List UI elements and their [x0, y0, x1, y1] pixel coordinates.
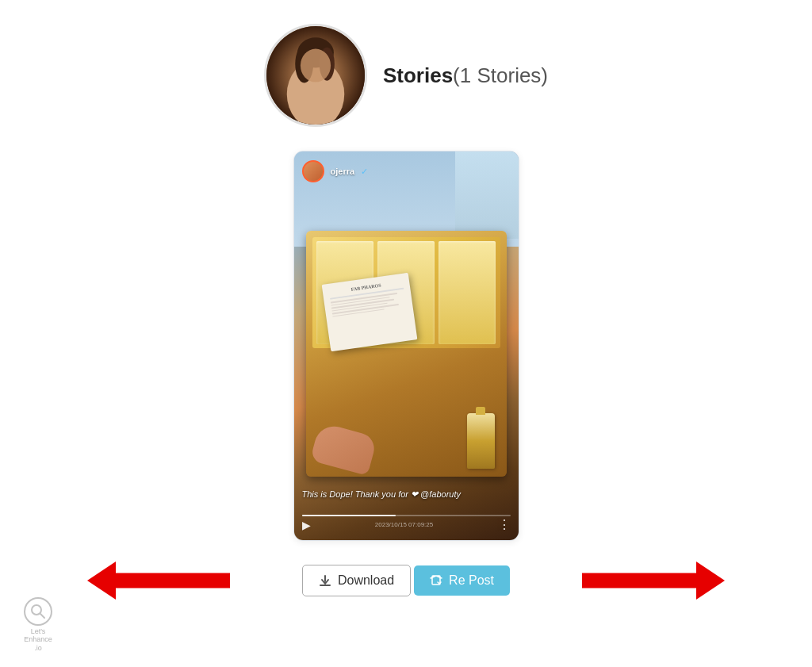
repost-label: Re Post	[449, 573, 494, 588]
avatar	[264, 24, 367, 127]
story-progress-fill	[302, 515, 396, 516]
repost-icon	[430, 574, 442, 587]
story-top-bar: ojerra ✓	[294, 151, 519, 191]
story-image: FAB PHAROS ojerra ✓ This is Dope! Thank …	[294, 151, 519, 540]
svg-rect-8	[324, 575, 326, 582]
more-options-icon[interactable]: ⋮	[498, 517, 511, 532]
profile-subtitle: (1 Stories)	[453, 63, 548, 88]
action-area: Download Re Post	[0, 565, 812, 596]
story-progress-bar	[302, 515, 511, 516]
play-icon[interactable]: ▶	[302, 519, 311, 531]
profile-info: Stories (1 Stories)	[383, 63, 548, 88]
story-timestamp: 2023/10/15 07:09:25	[311, 521, 498, 528]
watermark-text: Let's Enhance .io	[24, 627, 52, 653]
download-button[interactable]: Download	[302, 565, 411, 596]
story-caption: This is Dope! Thank you for ❤ @faboruty	[302, 489, 495, 500]
repost-button[interactable]: Re Post	[414, 565, 510, 596]
svg-line-10	[40, 614, 44, 618]
download-label: Download	[338, 573, 394, 588]
story-user-avatar	[302, 160, 324, 182]
profile-title: Stories	[383, 63, 453, 88]
story-username: ojerra	[331, 167, 355, 176]
story-verified-icon: ✓	[361, 167, 368, 177]
profile-section: Stories (1 Stories)	[264, 24, 548, 127]
watermark: Let's Enhance .io	[24, 597, 52, 653]
right-arrow-decoration	[582, 562, 725, 600]
watermark-icon	[24, 597, 52, 626]
download-icon	[319, 574, 331, 587]
svg-point-9	[32, 605, 41, 615]
svg-rect-7	[320, 585, 331, 586]
button-group: Download Re Post	[302, 565, 510, 596]
svg-point-6	[301, 49, 331, 82]
story-controls: ▶ 2023/10/15 07:09:25 ⋮	[302, 517, 511, 532]
story-card: FAB PHAROS ojerra ✓ This is Dope! Thank …	[293, 151, 519, 541]
left-arrow-decoration	[87, 562, 230, 600]
